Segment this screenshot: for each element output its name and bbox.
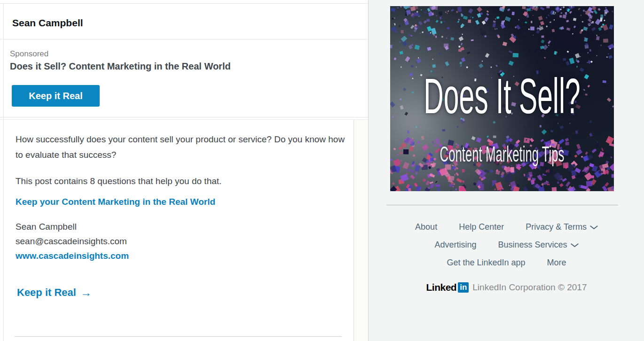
footer-link-privacy-terms[interactable]: Privacy & Terms: [526, 222, 598, 232]
image-subheadline-text: Content Marketing Tips: [440, 141, 565, 167]
footer-branding: Linked in LinkedIn Corporation © 2017: [369, 281, 644, 294]
chevron-down-icon: [571, 243, 579, 248]
footer-link-privacy-terms-label: Privacy & Terms: [526, 222, 587, 232]
footer-nav: About Help Center Privacy & Terms Advert…: [369, 218, 644, 271]
content-top-border: [0, 119, 368, 120]
website-link[interactable]: www.cascadeinsights.com: [16, 248, 129, 263]
linkedin-in-badge-icon: in: [458, 282, 469, 293]
content-title-link[interactable]: Keep your Content Marketing in the Real …: [16, 197, 215, 207]
keep-it-real-label: Keep it Real: [17, 287, 76, 299]
card-left-border: [3, 3, 4, 341]
cta-button[interactable]: Keep it Real: [12, 85, 100, 107]
advertiser-name: Sean Campbell: [12, 17, 83, 29]
rail-divider: [386, 205, 618, 205]
footer-link-about[interactable]: About: [415, 222, 437, 232]
scrollbar-track-border: [353, 120, 354, 341]
next-section-divider: [15, 336, 342, 337]
page-root: Sean Campbell Sponsored Does it Sell? Co…: [0, 0, 644, 341]
signature-block: Sean Campbell sean@cascadeinsights.com w…: [16, 219, 129, 263]
signature-name: Sean Campbell: [16, 222, 77, 232]
header-divider: [0, 39, 368, 39]
right-rail: Does It Sell? Content Marketing Tips Abo…: [368, 0, 644, 341]
arrow-right-icon: →: [80, 287, 92, 298]
ad-creative-image[interactable]: Does It Sell? Content Marketing Tips: [390, 6, 614, 191]
footer-link-business-services-label: Business Services: [498, 240, 567, 250]
sponsored-label: Sponsored: [10, 49, 48, 59]
image-headline-text: Does It Sell?: [424, 68, 580, 124]
keep-it-real-link[interactable]: Keep it Real →: [17, 287, 92, 299]
footer-link-more[interactable]: More: [547, 258, 566, 268]
copyright-text: LinkedIn Corporation © 2017: [472, 282, 587, 293]
card-top-border: [0, 3, 368, 4]
card-bottom-border: [0, 117, 368, 117]
ad-title: Does it Sell? Content Marketing in the R…: [10, 61, 231, 72]
linkedin-logo-text: Linked: [426, 282, 456, 293]
footer-row-1: About Help Center Privacy & Terms: [369, 218, 644, 236]
footer-link-business-services[interactable]: Business Services: [498, 240, 578, 250]
signature-email: sean@cascadeinsights.com: [16, 236, 127, 246]
footer-link-get-app[interactable]: Get the LinkedIn app: [447, 258, 525, 268]
body-paragraph-1: How successfully does your content sell …: [16, 132, 352, 163]
scrollbar-track[interactable]: [354, 120, 368, 341]
footer-link-advertising[interactable]: Advertising: [434, 240, 476, 250]
footer-row-3: Get the LinkedIn app More: [369, 254, 644, 271]
body-paragraph-2: This post contains 8 questions that help…: [16, 173, 352, 189]
footer-row-2: Advertising Business Services: [369, 236, 644, 254]
chevron-down-icon: [590, 225, 598, 230]
footer-link-help-center[interactable]: Help Center: [459, 222, 504, 232]
